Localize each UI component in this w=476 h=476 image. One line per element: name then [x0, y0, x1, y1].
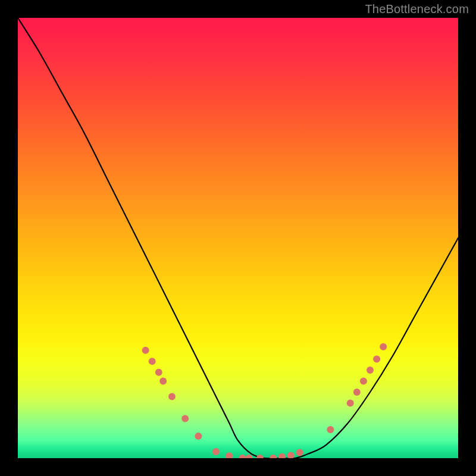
highlight-dot	[226, 452, 233, 458]
highlight-dot	[195, 433, 202, 440]
plot-area	[18, 18, 458, 458]
highlight-dot	[212, 448, 220, 455]
highlight-dot	[181, 415, 189, 422]
watermark-text: TheBottleneck.com	[365, 2, 469, 16]
highlight-dot	[287, 452, 295, 458]
bottleneck-curve	[18, 18, 458, 458]
chart-frame: TheBottleneck.com	[0, 0, 476, 476]
highlight-dot	[347, 400, 354, 407]
highlight-dot	[155, 369, 162, 376]
highlight-dot	[278, 453, 286, 458]
highlight-dot	[246, 455, 253, 458]
highlight-dot	[239, 455, 246, 458]
highlight-dot	[353, 389, 361, 396]
highlight-dot	[159, 378, 167, 385]
highlight-dot	[373, 356, 380, 363]
highlight-dot	[168, 393, 176, 400]
highlight-dot	[149, 358, 156, 365]
highlight-dot	[142, 347, 149, 354]
highlight-dots	[142, 343, 387, 458]
highlight-dot	[327, 426, 334, 433]
highlight-dot	[367, 367, 374, 374]
chart-svg	[18, 18, 458, 458]
highlight-dot	[256, 455, 264, 458]
highlight-dot	[296, 449, 303, 456]
highlight-dot	[380, 343, 387, 350]
highlight-dot	[360, 378, 367, 385]
highlight-dot	[270, 455, 277, 458]
